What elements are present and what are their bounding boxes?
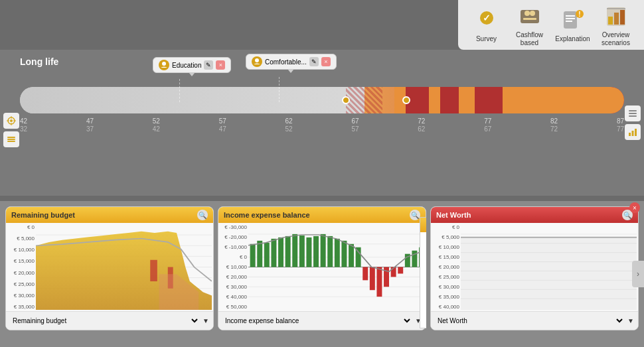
income-expense-header: Income expense balance 🔍	[218, 207, 426, 223]
svg-rect-54	[257, 241, 262, 267]
income-expense-chart-area	[248, 224, 424, 310]
toolbar-cashflow[interactable]: Cashflowbased	[510, 3, 550, 47]
partial-card-exp	[420, 217, 426, 328]
svg-point-3	[524, 11, 530, 16]
svg-rect-59	[292, 234, 297, 267]
orange-section	[394, 87, 624, 113]
timeline-bar[interactable]	[20, 87, 624, 113]
remaining-budget-select[interactable]: Remaining budget	[10, 316, 200, 325]
svg-rect-2	[521, 10, 539, 23]
timeline-marker-1[interactable]	[342, 96, 350, 104]
svg-rect-13	[608, 17, 613, 25]
education-close-btn[interactable]: ×	[216, 60, 225, 70]
remaining-budget-card: Remaining budget 🔍 € 35,000 € 30,000 € 2…	[5, 206, 214, 330]
timeline-marker-2[interactable]	[402, 96, 410, 104]
remaining-budget-search[interactable]: 🔍	[197, 210, 208, 220]
remaining-budget-chart-area	[36, 224, 212, 310]
svg-rect-42	[150, 260, 157, 281]
income-expense-card: Income expense balance 🔍 € 50,000 € 40,0…	[218, 206, 426, 330]
charts-nav-arrow[interactable]: ›	[632, 261, 644, 287]
toolbar-overview[interactable]: Overviewscenarios	[596, 3, 636, 47]
net-worth-chart-area	[461, 224, 637, 310]
income-expense-svg	[248, 224, 424, 310]
charts-section: × Remaining budget 🔍 € 35,000 € 30,000 €…	[0, 201, 644, 347]
net-worth-footer: Net Worth ▼	[431, 311, 638, 330]
tick-area: 42475257626772778287 3237424752576267727…	[20, 117, 624, 133]
age-row-top: 42475257626772778287	[20, 117, 624, 125]
net-worth-header: Net Worth 🔍	[431, 207, 638, 223]
remaining-budget-title: Remaining budget	[11, 211, 75, 219]
net-worth-title: Net Worth	[436, 211, 471, 219]
grey-section	[20, 87, 364, 113]
timeline-icon-layers[interactable]	[3, 131, 19, 147]
svg-rect-6	[564, 11, 577, 29]
svg-rect-53	[250, 244, 256, 267]
survey-icon: ✓	[473, 7, 500, 34]
net-worth-select[interactable]: Net Worth	[435, 316, 625, 325]
remaining-budget-body: € 35,000 € 30,000 € 25,000 € 20,000 € 15…	[6, 223, 213, 311]
remaining-budget-dropdown-icon: ▼	[202, 317, 209, 324]
cashflow-label: Cashflowbased	[516, 31, 543, 47]
svg-rect-32	[632, 131, 634, 136]
svg-rect-69	[362, 267, 368, 281]
svg-rect-74	[398, 267, 403, 274]
comfortable-bubble: Comfortable... ✎ ×	[246, 54, 337, 70]
comfortable-label: Comfortable...	[265, 58, 307, 66]
income-expense-select[interactable]: Income expense balance	[222, 316, 412, 325]
svg-rect-14	[614, 13, 619, 25]
red-stripe-1	[346, 87, 382, 113]
svg-rect-65	[335, 239, 340, 267]
svg-rect-66	[341, 241, 347, 267]
svg-rect-70	[370, 267, 375, 291]
side-icons-left	[3, 113, 19, 147]
svg-rect-33	[635, 129, 637, 136]
svg-point-26	[162, 62, 166, 66]
svg-rect-30	[629, 115, 637, 117]
toolbar-explanation[interactable]: ! Explanation	[553, 7, 593, 43]
net-worth-card: Net Worth 🔍 € 40,000 € 35,000 € 30,000 €…	[430, 206, 639, 330]
net-worth-yaxis: € 40,000 € 35,000 € 30,000 € 25,000 € 20…	[431, 223, 461, 311]
svg-point-4	[530, 11, 535, 16]
svg-rect-15	[620, 10, 625, 25]
toolbar-survey[interactable]: ✓ Survey	[467, 7, 507, 43]
svg-rect-62	[313, 236, 319, 267]
income-expense-title: Income expense balance	[224, 211, 310, 219]
income-expense-yaxis: € 50,000 € 40,000 € 30,000 € 20,000 € 10…	[218, 223, 248, 311]
charts-container: Remaining budget 🔍 € 35,000 € 30,000 € 2…	[0, 201, 644, 330]
svg-text:!: !	[578, 11, 580, 18]
svg-rect-56	[271, 239, 276, 267]
svg-rect-57	[278, 238, 283, 267]
comfortable-edit-btn[interactable]: ✎	[309, 57, 319, 66]
connector-comfortable	[279, 77, 280, 102]
svg-text:✓: ✓	[483, 13, 491, 23]
education-bubble: Education ✎ ×	[153, 57, 231, 73]
svg-rect-23	[7, 137, 15, 138]
survey-label: Survey	[476, 35, 497, 43]
net-worth-body: € 40,000 € 35,000 € 30,000 € 25,000 € 20…	[431, 223, 638, 311]
age-row-bottom: 32374247525762677277	[20, 125, 624, 133]
svg-rect-67	[349, 244, 354, 267]
svg-rect-63	[321, 234, 326, 267]
svg-rect-64	[327, 236, 333, 267]
svg-rect-5	[523, 18, 536, 20]
overview-label: Overviewscenarios	[602, 31, 630, 47]
charts-close-button[interactable]: ×	[629, 202, 640, 213]
timeline-icon-target[interactable]	[3, 113, 19, 129]
toolbar: ✓ Survey Cashflowbased ! Ex	[458, 0, 644, 50]
svg-rect-9	[566, 21, 572, 22]
connector-education	[179, 79, 180, 102]
svg-rect-60	[299, 236, 305, 267]
svg-rect-28	[629, 110, 637, 111]
education-edit-btn[interactable]: ✎	[204, 60, 213, 70]
timeline-chart-icon[interactable]	[625, 124, 641, 140]
svg-marker-87	[461, 238, 637, 310]
svg-rect-29	[629, 113, 637, 114]
explanation-icon: !	[560, 7, 586, 34]
remaining-budget-yaxis: € 35,000 € 30,000 € 25,000 € 20,000 € 15…	[6, 223, 36, 311]
income-expense-body: € 50,000 € 40,000 € 30,000 € 20,000 € 10…	[218, 223, 426, 311]
income-expense-search[interactable]: 🔍	[410, 210, 420, 220]
comfortable-close-btn[interactable]: ×	[321, 57, 331, 66]
dark-red-2	[440, 87, 459, 113]
timeline-list-icon[interactable]	[625, 105, 641, 121]
svg-rect-8	[566, 18, 575, 19]
